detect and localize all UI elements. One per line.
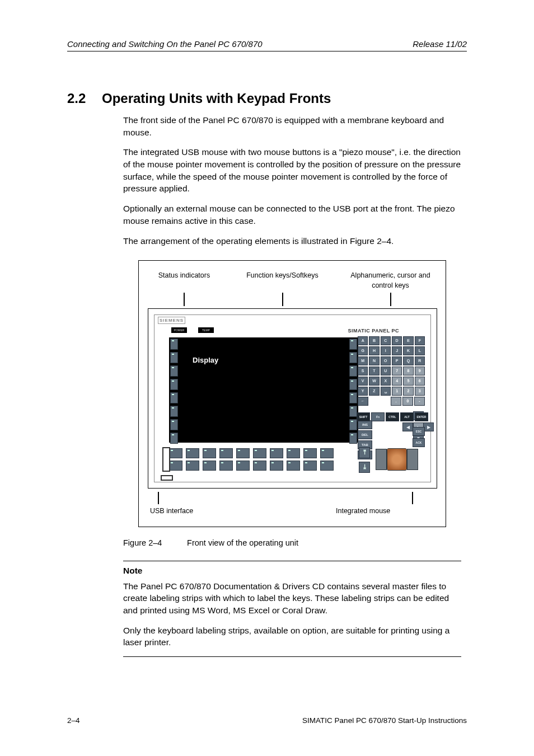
ack-key: ACK (413, 438, 425, 447)
esc-key: ESC (413, 427, 425, 436)
alt-key: ALT (400, 412, 414, 421)
body-column: The front side of the Panel PC 670/870 i… (123, 114, 461, 657)
key-0: 0 (402, 397, 413, 406)
mouse-pad (387, 448, 407, 471)
footer-doc-title: SIMATIC Panel PC 670/870 Start-Up Instru… (302, 716, 467, 725)
function-key (169, 461, 182, 471)
function-key (270, 461, 283, 471)
figure-2-4: Status indicators Function keys/Softkeys… (138, 260, 446, 527)
callout-integrated-mouse: Integrated mouse (302, 506, 437, 516)
softkey (349, 433, 357, 444)
function-key (186, 461, 199, 471)
key-p: P (392, 356, 402, 365)
softkey (349, 419, 357, 430)
softkey (349, 339, 357, 350)
temp-led: TEMP (198, 327, 214, 333)
figure-caption: Figure 2–4 Front view of the operating u… (123, 537, 461, 548)
rule (123, 656, 461, 657)
softkey (349, 365, 357, 377)
callout-status-indicators: Status indicators (148, 271, 221, 281)
panel-inner-frame: SIEMENS POWER TEMP SIMATIC PANEL PC Disp… (154, 314, 431, 482)
note-block: Note The Panel PC 670/870 Documentation … (123, 561, 461, 657)
key-4: 4 (392, 377, 402, 386)
shift-key: SHIFT (357, 412, 370, 421)
rule (123, 561, 461, 561)
callout-pointers-bottom (148, 492, 437, 506)
key-2: 2 (403, 387, 413, 396)
function-key (270, 448, 283, 458)
mouse-right-button (407, 449, 418, 470)
key-e: E (403, 336, 413, 345)
alphanumeric-keypad: A B C D E F G H I J (358, 336, 425, 407)
callout-pointers-top (148, 293, 437, 308)
key-9: 9 (415, 367, 425, 375)
key-x: X (381, 377, 391, 386)
scroll-down-key: ⤓ (359, 462, 370, 473)
softkey (170, 352, 178, 363)
softkey (349, 379, 357, 390)
function-key (236, 448, 250, 458)
option-key-column: ESC ACK (413, 427, 425, 447)
header-left: Connecting and Switching On the Panel PC… (67, 39, 263, 49)
softkey (349, 352, 357, 363)
integrated-mouse (376, 448, 418, 471)
brand-text: SIMATIC PANEL PC (348, 327, 399, 335)
function-key (203, 448, 216, 458)
softkey (170, 406, 178, 417)
enter-key: ENTER (415, 412, 428, 421)
footer-page-number: 2–4 (67, 716, 80, 725)
scroll-up-key: ⤒ (359, 447, 370, 458)
function-key (236, 461, 250, 471)
key-w: W (369, 377, 379, 386)
softkey (170, 392, 178, 403)
softkey (170, 433, 178, 444)
callout-function-keys: Function keys/Softkeys (235, 271, 330, 281)
function-key-rows (169, 448, 334, 471)
key-m: M (358, 356, 368, 365)
softkey (349, 392, 357, 403)
function-key (219, 461, 233, 471)
mouse-left-button (376, 449, 387, 470)
figure-caption-text: Front view of the operating unit (187, 538, 298, 547)
key-6: 6 (415, 377, 425, 386)
body-paragraph: The integrated USB mouse with two mouse … (123, 146, 461, 195)
header-right: Release 11/02 (413, 39, 467, 49)
function-key (303, 461, 317, 471)
section-number: 2.2 (67, 91, 90, 106)
arrow-left-key: ◀ (402, 422, 413, 431)
key-j: J (392, 346, 402, 355)
siemens-logo: SIEMENS (158, 317, 185, 324)
key-s: S (358, 367, 368, 375)
key-o: O (381, 356, 391, 365)
key-i: I (381, 346, 391, 355)
note-heading: Note (123, 565, 461, 577)
function-key (303, 448, 317, 458)
key-t: T (369, 367, 379, 375)
key-h: H (369, 346, 379, 355)
function-key (320, 461, 334, 471)
key-c: C (381, 336, 391, 345)
function-key (253, 448, 266, 458)
ctrl-key: CTRL (386, 412, 399, 421)
figure-top-callouts: Status indicators Function keys/Softkeys… (148, 271, 437, 290)
softkey (170, 365, 178, 377)
power-led: POWER (171, 327, 187, 333)
callout-alpha-keys: Alphanumeric, cursor and control keys (344, 271, 437, 290)
display-label: Display (193, 355, 358, 365)
running-header: Connecting and Switching On the Panel PC… (67, 39, 467, 51)
softkey (170, 419, 178, 430)
fn-key: Fn (371, 412, 385, 421)
function-key (169, 448, 182, 458)
key-1: 1 (392, 387, 402, 396)
key-b: B (369, 336, 379, 345)
modifier-key-row: SHIFT Fn CTRL ALT ENTER (357, 412, 428, 421)
body-paragraph: The front side of the Panel PC 670/870 i… (123, 114, 461, 138)
body-paragraph: The arrangement of the operating element… (123, 235, 461, 247)
softkey-strip-right (349, 339, 357, 444)
function-key (320, 448, 334, 458)
key-5: 5 (403, 377, 413, 386)
key-u: U (381, 367, 391, 375)
key-d: D (392, 336, 402, 345)
key-l: L (415, 346, 425, 355)
key-z: Z (369, 387, 379, 396)
